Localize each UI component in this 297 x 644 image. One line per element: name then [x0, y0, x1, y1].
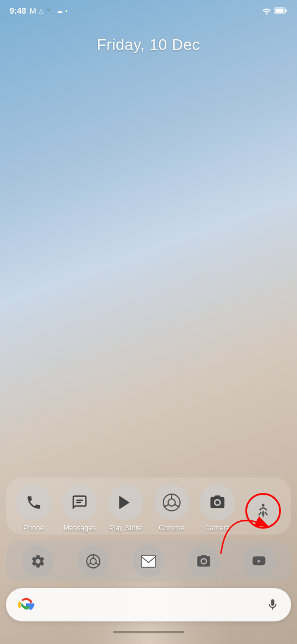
svg-rect-1	[276, 9, 284, 13]
secondary-dock	[6, 541, 291, 582]
svg-point-11	[215, 501, 219, 505]
svg-rect-4	[76, 500, 83, 501]
app-phone[interactable]: Phone	[16, 485, 52, 532]
svg-rect-18	[141, 555, 156, 567]
youtube-icon	[251, 554, 267, 569]
dot-icon: •	[65, 7, 68, 14]
status-left: 9:48 M △ 🔧 ☁ •	[10, 6, 68, 15]
secondary-youtube[interactable]	[243, 545, 275, 577]
chrome-small-icon	[86, 554, 101, 569]
wifi-icon	[261, 7, 272, 15]
dock-container: Phone Messages	[0, 477, 297, 644]
secondary-gmail[interactable]	[132, 545, 165, 577]
svg-point-19	[202, 560, 206, 564]
date-display: Friday, 10 Dec	[0, 36, 297, 54]
messages-label: Messages	[64, 524, 96, 532]
secondary-chrome[interactable]	[77, 545, 109, 577]
phone-label: Phone	[23, 524, 44, 532]
google-logo-svg	[18, 596, 34, 613]
accessibility-icon	[255, 502, 271, 519]
svg-point-14	[90, 558, 96, 564]
playstore-icon-bg	[108, 485, 143, 520]
svg-rect-5	[76, 502, 81, 503]
battery-icon	[274, 7, 287, 14]
chrome-label: Chrome	[159, 524, 184, 532]
playstore-icon	[117, 494, 134, 511]
drive-icon: △	[39, 7, 43, 15]
messages-icon	[71, 494, 88, 511]
main-dock-row: Phone Messages	[6, 477, 291, 535]
secondary-camera[interactable]	[188, 545, 220, 577]
status-bar: 9:48 M △ 🔧 ☁ •	[0, 0, 297, 18]
tools-icon: 🔧	[46, 7, 54, 15]
app-messages[interactable]: Messages	[62, 485, 97, 532]
camera-icon	[209, 494, 226, 511]
svg-point-7	[168, 499, 175, 506]
camera-small-icon	[196, 554, 211, 569]
app-camera[interactable]: Camera	[200, 485, 235, 532]
chrome-icon-bg	[154, 485, 189, 520]
status-right	[261, 7, 287, 15]
wallpaper-space	[0, 54, 297, 477]
screen: 9:48 M △ 🔧 ☁ • Friday, 10	[0, 0, 297, 644]
accessibility-icon-bg	[245, 493, 281, 529]
app-playstore[interactable]: Play Store	[108, 485, 143, 532]
search-bar[interactable]	[6, 588, 291, 621]
settings-icon	[30, 554, 46, 569]
home-indicator[interactable]	[113, 631, 184, 633]
app-chrome[interactable]: Chrome	[154, 485, 189, 532]
camera-label: Camera	[205, 524, 230, 532]
chrome-icon	[163, 494, 181, 511]
app-accessibility[interactable]	[245, 493, 281, 532]
phone-icon-bg	[16, 485, 52, 520]
secondary-settings[interactable]	[22, 545, 54, 577]
svg-point-12	[262, 504, 265, 507]
phone-icon	[26, 494, 42, 511]
gmail-notification-icon: M	[30, 7, 36, 15]
messages-icon-bg	[62, 485, 97, 520]
camera-icon-bg	[200, 485, 235, 520]
google-g-logo	[18, 596, 34, 613]
svg-rect-2	[285, 10, 287, 12]
status-notification-icons: M △ 🔧 ☁ •	[30, 7, 68, 15]
gmail-icon	[141, 555, 156, 568]
status-time: 9:48	[10, 6, 26, 15]
cloud-icon: ☁	[56, 7, 63, 15]
mic-icon[interactable]	[266, 598, 279, 611]
playstore-label: Play Store	[109, 524, 142, 532]
